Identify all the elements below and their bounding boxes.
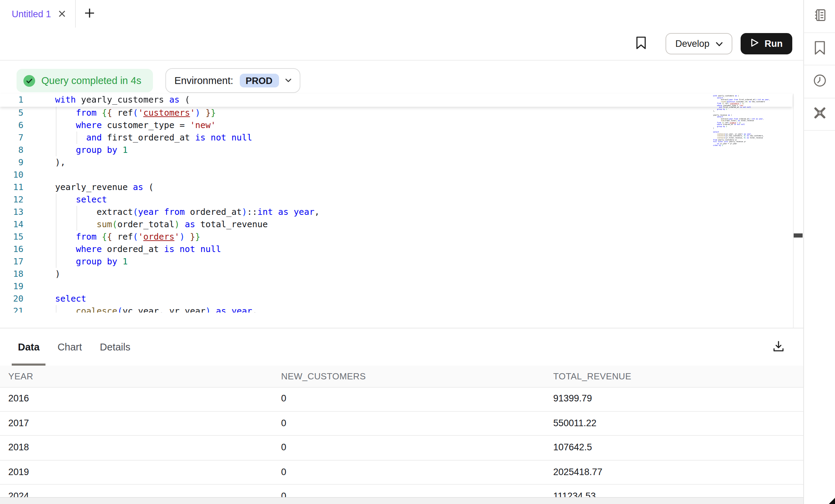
- table-row[interactable]: 201902025418.77: [0, 460, 803, 485]
- cell-year: 2016: [8, 387, 29, 411]
- status-row: Query completed in 4s Environment: PROD: [17, 68, 300, 93]
- line-number: 11: [0, 181, 23, 193]
- line-number: 17: [0, 255, 23, 268]
- line-number: 16: [0, 243, 23, 255]
- code-line-9[interactable]: 9),: [0, 156, 792, 169]
- column-header-total-revenue: TOTAL_REVENUE: [553, 366, 631, 387]
- cell-total-revenue: 550011.22: [553, 411, 597, 435]
- code-lines[interactable]: 5 from {{ ref('customers') }}6 where cus…: [0, 107, 792, 313]
- code-line-19[interactable]: 19: [0, 280, 792, 293]
- plus-icon: [85, 8, 94, 20]
- line-number: 9: [0, 156, 23, 169]
- tab-untitled-1[interactable]: Untitled 1: [0, 0, 76, 28]
- editor-minimap[interactable]: with yearly_customers as ( select extrac…: [713, 95, 789, 157]
- right-sidebar: [803, 0, 835, 504]
- line-number: 19: [0, 280, 23, 293]
- results-tabs: Data Chart Details: [18, 328, 130, 366]
- download-icon: [772, 340, 785, 354]
- toolbar: Develop Run: [0, 28, 803, 61]
- indent-guide: [76, 132, 77, 144]
- main-pane: Untitled 1 Develop: [0, 0, 803, 504]
- line-number: 13: [0, 206, 23, 218]
- environment-label: Environment:: [174, 75, 233, 86]
- code-line-7[interactable]: 7 and first_ordered_at is not null: [0, 132, 792, 144]
- cell-new-customers: 0: [281, 387, 286, 411]
- code-line-12[interactable]: 12 select: [0, 193, 792, 206]
- tab-title: Untitled 1: [12, 9, 51, 19]
- line-number: 20: [0, 293, 23, 305]
- line-number: 15: [0, 231, 23, 243]
- notebook-lineage-icon: [812, 8, 827, 25]
- line-number: 10: [0, 169, 23, 181]
- lineage-panel-button[interactable]: [804, 0, 835, 33]
- history-clock-icon: [812, 73, 827, 90]
- line-number: 6: [0, 119, 23, 132]
- table-body: 2016091399.7920170550011.2220180107642.5…: [0, 387, 803, 498]
- code-line-5[interactable]: 5 from {{ ref('customers') }}: [0, 107, 792, 119]
- new-tab-button[interactable]: [80, 4, 99, 23]
- explore-panel-button[interactable]: [804, 98, 835, 131]
- line-number: 18: [0, 268, 23, 280]
- code-line-11[interactable]: 11yearly_revenue as (: [0, 181, 792, 193]
- editor-scroll-ruler: [793, 94, 794, 328]
- code-line-21[interactable]: 21 coalesce(yc.year, yr.year) as year,: [0, 305, 792, 313]
- environment-selector[interactable]: Environment: PROD: [165, 68, 300, 93]
- line-number: 5: [0, 107, 23, 119]
- table-row[interactable]: 20170550011.22: [0, 411, 803, 436]
- table-row[interactable]: 2016091399.79: [0, 387, 803, 411]
- chevron-down-icon: [716, 39, 723, 49]
- code-line-8[interactable]: 8 group by 1: [0, 144, 792, 156]
- table-row[interactable]: 20180107642.5: [0, 436, 803, 460]
- indent-guide: [76, 206, 77, 231]
- run-button[interactable]: Run: [741, 33, 793, 54]
- bookmarks-panel-button[interactable]: [804, 33, 835, 65]
- tab-chart[interactable]: Chart: [58, 328, 82, 366]
- code-line-20[interactable]: 20select: [0, 293, 792, 305]
- tab-bar: Untitled 1: [0, 0, 803, 28]
- cell-year: 2024: [8, 485, 29, 498]
- line-number: 21: [0, 305, 23, 313]
- cell-total-revenue: 107642.5: [553, 436, 592, 460]
- cell-new-customers: 0: [281, 485, 286, 498]
- indent-guide: [56, 107, 56, 156]
- cell-year: 2019: [8, 460, 29, 484]
- code-line-14[interactable]: 14 sum(order_total) as total_revenue: [0, 218, 792, 231]
- code-line-13[interactable]: 13 extract(year from ordered_at)::int as…: [0, 206, 792, 218]
- query-status-badge: Query completed in 4s: [17, 69, 153, 92]
- cell-total-revenue: 91399.79: [553, 387, 592, 411]
- line-number: 8: [0, 144, 23, 156]
- code-line-18[interactable]: 18): [0, 268, 792, 280]
- download-results-button[interactable]: [770, 339, 787, 355]
- play-icon: [750, 38, 759, 50]
- tab-details[interactable]: Details: [100, 328, 131, 366]
- sql-editor[interactable]: 5 from {{ ref('customers') }}6 where cus…: [0, 94, 803, 328]
- code-line-10[interactable]: 10: [0, 169, 792, 181]
- sticky-code-line[interactable]: 1with yearly_customers as (: [0, 94, 792, 107]
- cell-new-customers: 0: [281, 436, 286, 460]
- check-circle-icon: [23, 75, 35, 86]
- table-row[interactable]: 20240111234.53: [0, 485, 803, 498]
- code-line-15[interactable]: 15 from {{ ref('orders') }}: [0, 231, 792, 243]
- history-panel-button[interactable]: [804, 65, 835, 98]
- explore-compass-icon: [812, 106, 827, 123]
- cell-total-revenue: 111234.53: [553, 485, 596, 498]
- ide-window: Untitled 1 Develop: [0, 0, 835, 504]
- column-header-new-customers: NEW_CUSTOMERS: [281, 366, 366, 387]
- code-line-17[interactable]: 17 group by 1: [0, 255, 792, 268]
- tab-close-icon[interactable]: [57, 9, 67, 19]
- code-line-6[interactable]: 6 where customer_type = 'new': [0, 119, 792, 132]
- develop-dropdown-button[interactable]: Develop: [666, 33, 732, 54]
- bookmark-button[interactable]: [631, 34, 650, 53]
- table-horizontal-scrollbar[interactable]: [0, 497, 803, 504]
- run-label: Run: [765, 39, 783, 49]
- column-header-year: YEAR: [8, 366, 33, 387]
- resize-handle[interactable]: [829, 498, 835, 504]
- chevron-down-icon: [285, 78, 291, 83]
- cell-new-customers: 0: [281, 411, 286, 435]
- results-panel: Data Chart Details YEAR NEW_CUSTOMERS TO…: [0, 328, 803, 504]
- scroll-position-indicator[interactable]: [794, 233, 803, 238]
- code-line-1[interactable]: 1with yearly_customers as (: [0, 94, 792, 106]
- tab-data[interactable]: Data: [18, 328, 40, 366]
- code-line-16[interactable]: 16 where ordered_at is not null: [0, 243, 792, 255]
- bookmark-icon: [636, 36, 646, 51]
